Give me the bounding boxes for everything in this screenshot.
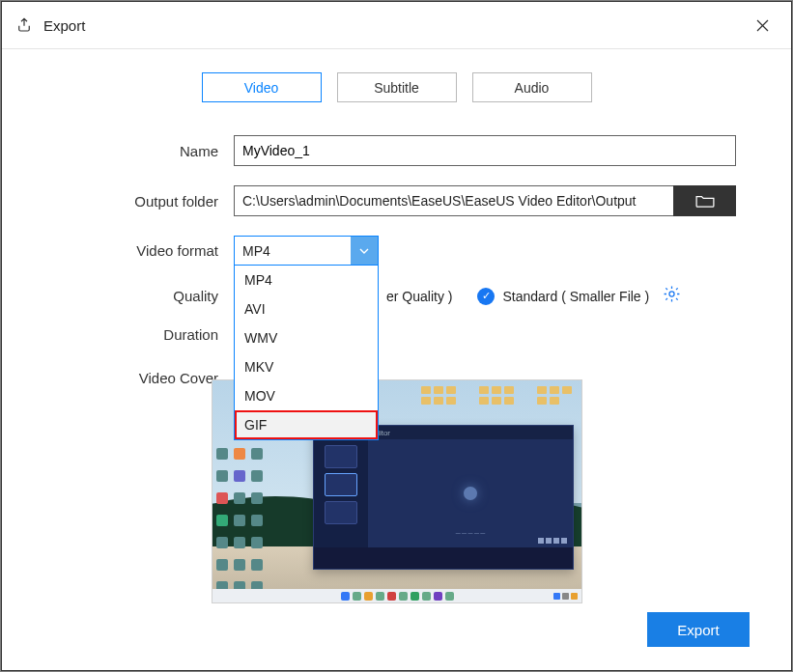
tab-bar: Video Subtitle Audio [41, 72, 752, 102]
chevron-down-icon [351, 237, 378, 265]
tab-audio[interactable]: Audio [472, 72, 592, 102]
quality-option-high[interactable]: er Quality ) [379, 289, 452, 304]
preview-app-timeline [314, 547, 573, 569]
export-button[interactable]: Export [647, 612, 750, 647]
export-icon [14, 15, 34, 35]
preview-app-sidebar [314, 439, 368, 547]
preview-app-canvas: — — — — — [368, 439, 573, 547]
titlebar: Export [2, 2, 791, 49]
preview-desktop-folders [421, 386, 572, 405]
format-option-mov[interactable]: MOV [235, 381, 378, 410]
label-quality: Quality [41, 288, 234, 304]
quality-standard-label: Standard ( Smaller File ) [502, 289, 649, 304]
label-name: Name [41, 143, 234, 159]
close-button[interactable] [751, 14, 774, 37]
preview-app-window: EaseUS Video Editor — — — — — [313, 425, 574, 570]
format-option-gif[interactable]: GIF [235, 410, 378, 439]
label-duration: Duration [41, 326, 234, 343]
tab-label: Audio [515, 80, 550, 96]
preview-desktop-icons [216, 448, 263, 593]
quality-high-label: er Quality ) [386, 289, 452, 304]
label-output-folder: Output folder [41, 193, 234, 210]
content-area: Video Subtitle Audio Name Output folder [2, 49, 791, 670]
row-output-folder: Output folder [41, 185, 752, 216]
tab-subtitle[interactable]: Subtitle [337, 72, 457, 102]
folder-icon [694, 193, 716, 209]
tab-label: Video [244, 80, 279, 96]
format-option-mkv[interactable]: MKV [235, 352, 378, 381]
gear-icon [663, 285, 681, 303]
quality-settings-button[interactable] [663, 285, 681, 307]
row-quality: Quality er Quality ) ✓ Standard ( Smalle… [41, 285, 752, 307]
video-format-dropdown[interactable]: MP4 MP4 AVI WMV MKV MOV GIF [234, 236, 379, 266]
browse-folder-button[interactable] [673, 185, 736, 216]
format-option-wmv[interactable]: WMV [235, 323, 378, 352]
row-video-format: Video format MP4 MP4 AVI WMV MKV MOV GIF [41, 236, 752, 266]
name-input[interactable] [234, 135, 736, 166]
window-title: Export [43, 17, 85, 34]
video-format-options: MP4 AVI WMV MKV MOV GIF [234, 266, 379, 440]
format-option-avi[interactable]: AVI [235, 294, 378, 323]
tab-label: Subtitle [374, 80, 419, 96]
radio-checked-icon: ✓ [477, 288, 495, 305]
export-dialog: Export Video Subtitle Audio Name [1, 1, 792, 671]
label-video-cover: Video Cover [41, 370, 234, 386]
preview-taskbar [212, 589, 581, 602]
format-option-mp4[interactable]: MP4 [235, 266, 378, 294]
output-folder-input[interactable] [234, 185, 673, 216]
preview-app-controls [538, 538, 567, 544]
row-name: Name [41, 135, 752, 166]
quality-option-standard[interactable]: ✓ Standard ( Smaller File ) [477, 288, 649, 305]
label-video-format: Video format [41, 242, 234, 259]
tab-video[interactable]: Video [202, 72, 322, 102]
svg-point-2 [669, 292, 674, 296]
dropdown-selected: MP4 [242, 243, 270, 259]
